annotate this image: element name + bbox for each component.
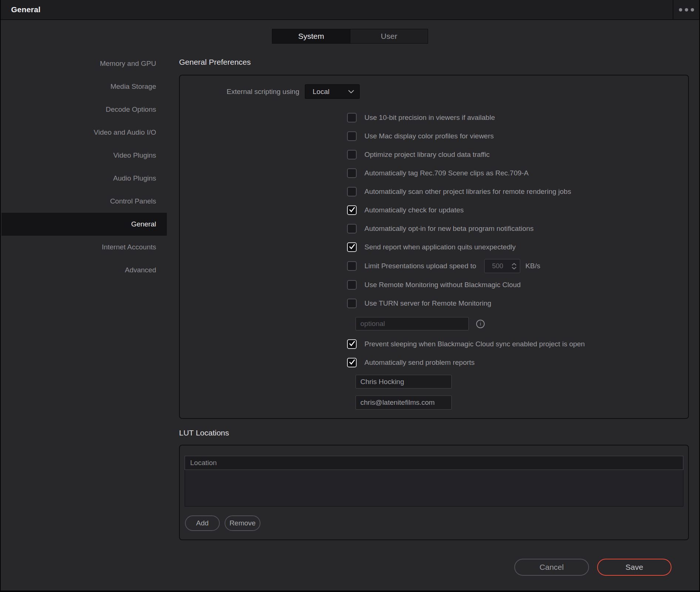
- pref-row: Use 10-bit precision in viewers if avail…: [180, 108, 688, 127]
- sidebar-item-memory-and-gpu[interactable]: Memory and GPU: [1, 52, 167, 75]
- upload-speed-label: Limit Presentations upload speed to: [364, 262, 476, 270]
- checkmark-icon: [349, 359, 356, 366]
- general-preferences-heading: General Preferences: [179, 58, 251, 67]
- sidebar-item-internet-accounts[interactable]: Internet Accounts: [1, 236, 167, 259]
- checkbox-mac-display-profiles[interactable]: [347, 131, 357, 141]
- lut-locations-table: Location: [185, 456, 683, 507]
- ellipsis-icon: [679, 8, 682, 11]
- chevron-down-icon: [348, 90, 354, 93]
- sidebar-item-control-panels[interactable]: Control Panels: [1, 190, 167, 213]
- pref-label: Send report when application quits unexp…: [364, 243, 516, 251]
- pref-label: Use Remote Monitoring without Blackmagic…: [364, 281, 521, 289]
- tab-bar: System User: [272, 29, 428, 44]
- save-button[interactable]: Save: [597, 559, 672, 576]
- tab-user[interactable]: User: [350, 29, 428, 43]
- pref-row: Use Mac display color profiles for viewe…: [180, 127, 688, 145]
- pref-label: Use Mac display color profiles for viewe…: [364, 132, 494, 140]
- sidebar-item-video-audio-io[interactable]: Video and Audio I/O: [1, 121, 167, 144]
- checkbox-tag-rec709[interactable]: [347, 168, 357, 178]
- pref-label: Automatically send problem reports: [364, 359, 475, 367]
- pref-row: Send report when application quits unexp…: [180, 238, 688, 256]
- pref-row: Automatically scan other project librari…: [180, 182, 688, 201]
- options-list-bottom: Prevent sleeping when Blackmagic Cloud s…: [180, 335, 688, 372]
- pref-row: Prevent sleeping when Blackmagic Cloud s…: [180, 335, 688, 353]
- lut-table-body[interactable]: [185, 470, 683, 507]
- ellipsis-icon: [685, 8, 688, 11]
- pref-row: Automatically tag Rec.709 Scene clips as…: [180, 164, 688, 182]
- checkbox-scan-project-libraries[interactable]: [347, 187, 357, 196]
- pref-row: Optimize project library cloud data traf…: [180, 145, 688, 164]
- chevron-down-icon: [512, 267, 516, 269]
- checkbox-check-for-updates[interactable]: [347, 205, 357, 215]
- sidebar-item-advanced[interactable]: Advanced: [1, 259, 167, 282]
- sidebar-item-audio-plugins[interactable]: Audio Plugins: [1, 167, 167, 190]
- sidebar-item-video-plugins[interactable]: Video Plugins: [1, 144, 167, 167]
- upload-speed-value: 500: [492, 262, 503, 270]
- general-preferences-panel: External scripting using Local Use 10-bi…: [179, 75, 689, 419]
- checkbox-optimize-cloud-traffic[interactable]: [347, 150, 357, 159]
- pref-row: Use Remote Monitoring without Blackmagic…: [180, 276, 688, 294]
- report-email-row: [356, 396, 688, 410]
- external-scripting-label: External scripting using: [180, 88, 299, 96]
- checkmark-icon: [349, 243, 356, 250]
- pref-row: Automatically opt-in for new beta progra…: [180, 219, 688, 238]
- lut-locations-panel: Location Add Remove: [179, 445, 689, 540]
- lut-locations-heading: LUT Locations: [179, 428, 229, 437]
- upload-speed-stepper[interactable]: 500: [484, 259, 520, 273]
- pref-label: Automatically check for updates: [364, 206, 464, 214]
- cancel-button[interactable]: Cancel: [514, 559, 589, 576]
- add-button[interactable]: Add: [185, 515, 220, 531]
- remove-button[interactable]: Remove: [225, 515, 260, 531]
- lut-actions: Add Remove: [185, 515, 688, 531]
- tab-system[interactable]: System: [272, 29, 350, 43]
- pref-label: Use TURN server for Remote Monitoring: [364, 299, 491, 307]
- report-name-input[interactable]: [356, 375, 452, 388]
- checkbox-send-quit-report[interactable]: [347, 242, 357, 252]
- checkbox-turn-server[interactable]: [347, 299, 357, 308]
- pref-label: Automatically opt-in for new beta progra…: [364, 225, 534, 233]
- pref-label: Automatically tag Rec.709 Scene clips as…: [364, 169, 529, 177]
- pref-row: Automatically check for updates: [180, 201, 688, 219]
- checkbox-10bit-precision[interactable]: [347, 113, 357, 122]
- preferences-dialog: General System User Memory and GPU Media…: [0, 0, 700, 592]
- options-list-top: Use 10-bit precision in viewers if avail…: [180, 108, 688, 256]
- report-name-row: [356, 375, 688, 388]
- sidebar-item-media-storage[interactable]: Media Storage: [1, 75, 167, 98]
- dialog-content: System User Memory and GPU Media Storage…: [1, 20, 699, 591]
- pref-row: Use TURN server for Remote Monitoring: [180, 294, 688, 313]
- checkbox-beta-notifications[interactable]: [347, 224, 357, 233]
- title-bar: General: [1, 0, 699, 20]
- upload-speed-row: Limit Presentations upload speed to 500 …: [180, 256, 688, 276]
- options-menu-button[interactable]: [673, 0, 699, 19]
- external-scripting-dropdown[interactable]: Local: [305, 84, 360, 99]
- lut-table-header: Location: [185, 456, 683, 470]
- checkbox-remote-monitoring[interactable]: [347, 280, 357, 290]
- checkmark-icon: [349, 206, 356, 213]
- chevron-up-icon: [512, 263, 516, 266]
- sidebar-item-general[interactable]: General: [1, 213, 167, 236]
- turn-server-row: [356, 317, 688, 330]
- pref-label: Use 10-bit precision in viewers if avail…: [364, 114, 495, 122]
- checkbox-limit-upload-speed[interactable]: [347, 261, 357, 271]
- pref-row: Automatically send problem reports: [180, 353, 688, 372]
- checkbox-send-problem-reports[interactable]: [347, 358, 357, 367]
- external-scripting-value: Local: [313, 88, 329, 96]
- pref-label: Optimize project library cloud data traf…: [364, 151, 490, 159]
- ellipsis-icon: [691, 8, 694, 11]
- pref-label: Automatically scan other project librari…: [364, 188, 571, 196]
- checkbox-prevent-sleeping[interactable]: [347, 339, 357, 349]
- sidebar-item-decode-options[interactable]: Decode Options: [1, 98, 167, 121]
- pref-label: Prevent sleeping when Blackmagic Cloud s…: [364, 340, 585, 348]
- upload-speed-unit: KB/s: [525, 262, 540, 270]
- stepper-arrows-icon[interactable]: [512, 263, 516, 269]
- info-icon: [476, 320, 485, 328]
- report-email-input[interactable]: [356, 396, 452, 410]
- turn-server-input[interactable]: [356, 317, 469, 330]
- window-title: General: [1, 5, 41, 14]
- checkmark-icon: [349, 340, 356, 347]
- external-scripting-row: External scripting using Local: [180, 84, 688, 99]
